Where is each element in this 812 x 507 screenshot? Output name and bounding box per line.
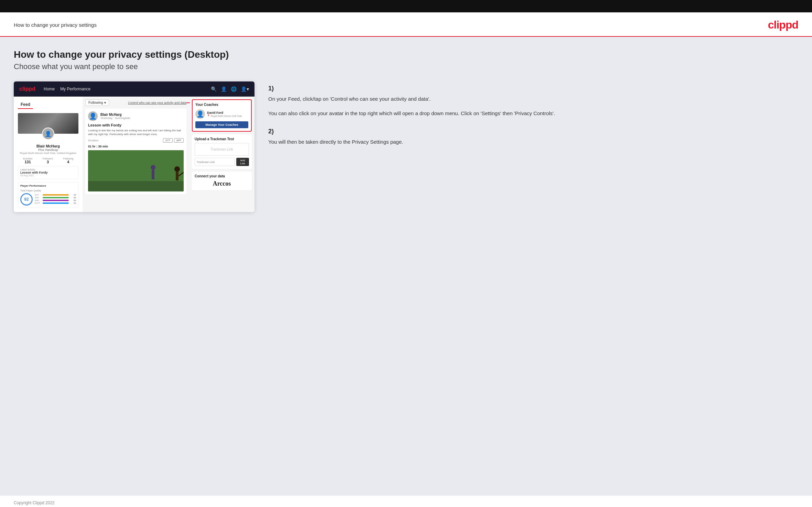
latest-activity-section: Latest Activity Lesson with Fordy 03 Aug… (18, 166, 78, 179)
app-navbar: clippd Home My Performance 🔍 👤 🌐 👤▾ (14, 81, 255, 97)
connect-card: Connect your data Arccos (192, 172, 252, 190)
app-feed: Following ▾ Control who can see your act… (83, 97, 189, 212)
profile-photo-area: 👤 (18, 113, 78, 134)
two-col-layout: clippd Home My Performance 🔍 👤 🌐 👤▾ Feed (14, 81, 798, 212)
post-image (88, 150, 184, 191)
quality-score: 92 (20, 193, 33, 206)
app-right-sidebar: Your Coaches 👤 David Ford 📍 Royal North … (189, 97, 255, 212)
post-card: 👤 Blair McHarg Yesterday · Sunningdale L… (85, 109, 186, 194)
following-button[interactable]: Following ▾ (85, 99, 109, 106)
app-body: Feed 👤 Blair McHarg Plus Handicap Royal … (14, 97, 255, 212)
footer-copyright: Copyright Clippd 2022 (14, 500, 55, 505)
coach-name: David Ford (207, 111, 242, 114)
svg-point-5 (151, 165, 155, 170)
feed-header: Following ▾ Control who can see your act… (85, 99, 186, 106)
coach-club: 📍 Royal North Devon Golf Club (207, 114, 242, 117)
instructions-col: 1) On your Feed, click/tap on 'Control w… (268, 81, 798, 156)
add-link-button[interactable]: Add Link (236, 158, 249, 166)
coaches-title: Your Coaches (195, 103, 248, 107)
latest-activity-value: Lesson with Fordy (20, 171, 76, 174)
bar-arg-track (43, 200, 69, 201)
app-screenshot: clippd Home My Performance 🔍 👤 🌐 👤▾ Feed (14, 81, 255, 212)
instruction-2: 2) You will then be taken directly to th… (268, 128, 798, 146)
connect-title: Connect your data (195, 174, 249, 178)
search-icon: 🔍 (211, 86, 217, 92)
bar-putt-label: PUTT (35, 202, 42, 204)
bar-app-label: APP (35, 197, 42, 199)
svg-rect-3 (176, 172, 178, 180)
trackman-title: Upload a Trackman Test (195, 137, 249, 141)
bar-arg-value: 86 (70, 199, 76, 201)
coach-avatar: 👤 (195, 109, 205, 119)
svg-point-2 (174, 166, 180, 172)
profile-handicap: Plus Handicap (18, 148, 78, 152)
main-content: How to change your privacy settings (Des… (0, 37, 812, 496)
instruction-2-number: 2) (268, 128, 798, 135)
control-privacy-link[interactable]: Control who can see your activity and da… (128, 101, 186, 104)
post-title: Lesson with Fordy (88, 123, 184, 127)
svg-rect-6 (152, 170, 154, 179)
bar-app-value: 85 (70, 197, 76, 199)
header-title: How to change your privacy settings (14, 22, 97, 28)
avatar-icon: 👤▾ (241, 86, 249, 92)
duration-label: Duration (88, 139, 98, 142)
nav-home: Home (44, 87, 55, 91)
latest-activity-date: 03 Aug 2022 (20, 174, 76, 177)
page-subtitle: Choose what you want people to see (14, 62, 798, 71)
bar-ott-value: 90 (70, 194, 76, 196)
post-desc: Looking to feel like my hands are exitin… (88, 129, 184, 136)
stat-followers: Followers 3 (43, 157, 53, 164)
quality-bars: OTT 90 APP 85 ARG (35, 194, 76, 205)
instruction-1-text2: You can also click on your avatar in the… (268, 109, 798, 118)
trackman-card: Upload a Trackman Test Trackman Link Add… (192, 134, 252, 169)
site-footer: Copyright Clippd 2022 (0, 496, 812, 507)
feed-tab[interactable]: Feed (18, 101, 33, 109)
bar-ott-label: OTT (35, 194, 42, 196)
latest-activity-label: Latest Activity (20, 168, 76, 171)
svg-rect-1 (88, 181, 184, 191)
post-author-avatar: 👤 (88, 111, 98, 121)
coach-info: David Ford 📍 Royal North Devon Golf Club (207, 111, 242, 117)
stat-followers-label: Followers (43, 157, 53, 160)
globe-icon: 🌐 (231, 86, 237, 92)
quality-row: 92 OTT 90 APP 85 (20, 193, 76, 206)
post-author-name: Blair McHarg (100, 113, 130, 117)
quality-label: Total Player Quality (20, 189, 76, 192)
instruction-1-number: 1) (268, 85, 798, 92)
location-icon: 📍 (207, 114, 210, 117)
trackman-input[interactable] (195, 158, 235, 166)
stat-activities: Activities 131 (23, 157, 33, 164)
app-nav-right: 🔍 👤 🌐 👤▾ (211, 86, 249, 92)
top-bar (0, 0, 812, 12)
clippd-logo: clippd (768, 19, 798, 31)
bar-putt: PUTT 96 (35, 202, 76, 204)
player-perf-section: Player Performance Total Player Quality … (18, 182, 78, 208)
stat-following-label: Following (63, 157, 74, 160)
stat-activities-value: 131 (23, 160, 33, 164)
duration-row: Duration OTT APP (88, 138, 184, 143)
stat-followers-value: 3 (43, 160, 53, 164)
bar-app: APP 85 (35, 197, 76, 199)
arccos-brand: Arccos (195, 180, 249, 187)
profile-name: Blair McHarg (18, 144, 78, 148)
following-chevron: ▾ (104, 101, 106, 104)
arrow-line (186, 102, 190, 103)
bar-putt-track (43, 202, 69, 204)
stat-following-value: 4 (63, 160, 74, 164)
page-title: How to change your privacy settings (Des… (14, 49, 798, 60)
trackman-input-row: Add Link (195, 158, 249, 166)
post-author-info: Blair McHarg Yesterday · Sunningdale (100, 113, 130, 120)
bar-arg: ARG 86 (35, 199, 76, 201)
stat-activities-label: Activities (23, 157, 33, 160)
stats-row: Activities 131 Followers 3 Following 4 (18, 157, 78, 164)
profile-club: Royal North Devon Golf Club, United King… (18, 152, 78, 155)
perf-title: Player Performance (20, 184, 76, 187)
manage-coaches-button[interactable]: Manage Your Coaches (195, 121, 248, 128)
profile-avatar: 👤 (42, 128, 54, 140)
control-link-area: Control who can see your activity and da… (128, 101, 186, 104)
post-author-row: 👤 Blair McHarg Yesterday · Sunningdale (88, 111, 184, 121)
post-author-loc: Yesterday · Sunningdale (100, 117, 130, 120)
instruction-1: 1) On your Feed, click/tap on 'Control w… (268, 85, 798, 118)
bar-app-track (43, 197, 69, 198)
nav-my-performance: My Performance (60, 87, 90, 91)
